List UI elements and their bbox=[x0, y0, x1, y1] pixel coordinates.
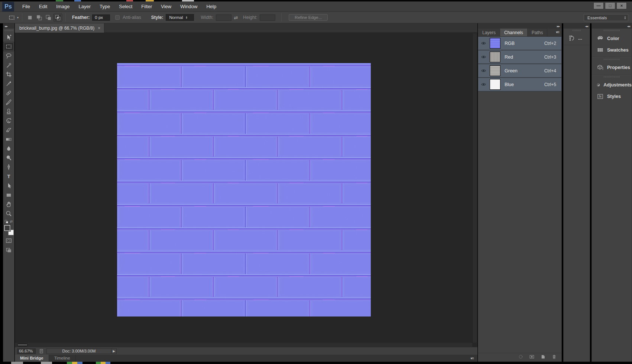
tool-pen-tool[interactable] bbox=[3, 163, 14, 172]
grip-dots[interactable] bbox=[5, 30, 13, 31]
tool-clone-stamp-tool[interactable] bbox=[3, 107, 14, 116]
grip-dots[interactable] bbox=[573, 30, 581, 31]
panel-button-adjustments[interactable]: Adjustments bbox=[592, 79, 632, 91]
preset-dropdown-icon[interactable]: ▾ bbox=[17, 16, 19, 19]
status-menu-arrow-icon[interactable]: ▶ bbox=[111, 348, 117, 354]
status-page-icon[interactable] bbox=[39, 348, 44, 354]
scrollbar-thumb[interactable] bbox=[17, 344, 28, 346]
grip-dots[interactable] bbox=[604, 30, 620, 31]
tool-preset-picker[interactable]: ▾ bbox=[8, 14, 19, 21]
zoom-level-field[interactable]: 66.67% bbox=[17, 348, 36, 354]
screen-mode-button[interactable] bbox=[3, 245, 14, 255]
tab-timeline[interactable]: Timeline bbox=[49, 355, 76, 362]
tool-path-selection-tool[interactable] bbox=[3, 181, 14, 190]
menu-select[interactable]: Select bbox=[114, 1, 137, 12]
quick-mask-button[interactable] bbox=[3, 236, 14, 245]
channel-thumbnail-rgb[interactable] bbox=[490, 38, 500, 49]
delete-channel-button[interactable] bbox=[551, 354, 557, 361]
load-channel-as-selection-button[interactable] bbox=[518, 354, 524, 361]
channel-thumbnail-red[interactable] bbox=[490, 52, 500, 62]
tab-mini-bridge[interactable]: Mini Bridge bbox=[15, 355, 49, 362]
visibility-toggle[interactable] bbox=[478, 40, 489, 46]
tab-paths[interactable]: Paths bbox=[528, 29, 548, 36]
channel-thumbnail-green[interactable] bbox=[490, 65, 500, 76]
tool-lasso-tool[interactable] bbox=[3, 51, 14, 60]
channel-thumbnail-blue[interactable] bbox=[490, 79, 500, 90]
tool-eraser-tool[interactable] bbox=[3, 125, 14, 135]
grip-dots[interactable] bbox=[604, 59, 620, 60]
menu-layer[interactable]: Layer bbox=[74, 1, 95, 12]
tool-type-tool[interactable] bbox=[3, 172, 14, 181]
maximize-button[interactable]: □ bbox=[605, 2, 615, 9]
history-panel-button[interactable]: ... bbox=[564, 33, 590, 42]
close-tab-icon[interactable]: × bbox=[98, 26, 100, 31]
tab-channels[interactable]: Channels bbox=[500, 29, 528, 36]
save-selection-as-channel-button[interactable] bbox=[529, 354, 535, 361]
default-colors-icon[interactable] bbox=[5, 220, 8, 223]
minimize-button[interactable]: — bbox=[593, 2, 604, 9]
add-to-selection-button[interactable] bbox=[35, 14, 43, 22]
tool-dodge-tool[interactable] bbox=[3, 153, 14, 163]
tool-brush-tool[interactable] bbox=[3, 98, 14, 107]
new-channel-button[interactable] bbox=[540, 354, 546, 361]
tool-magic-wand-tool[interactable] bbox=[3, 60, 14, 70]
tool-rectangle-tool[interactable] bbox=[3, 190, 14, 200]
tool-rectangular-marquee-tool[interactable] bbox=[3, 42, 14, 51]
document-size-field[interactable]: Doc: 3.00M/3.00M bbox=[46, 348, 111, 354]
visibility-toggle[interactable] bbox=[478, 68, 489, 73]
height-input[interactable] bbox=[260, 14, 275, 21]
grip-dots[interactable] bbox=[604, 76, 620, 78]
channel-row-blue[interactable]: BlueCtrl+5 bbox=[478, 78, 561, 92]
tab-layers[interactable]: Layers bbox=[478, 29, 500, 36]
close-button[interactable]: × bbox=[616, 2, 627, 9]
menu-type[interactable]: Type bbox=[95, 1, 114, 12]
swap-colors-icon[interactable]: ⇄ bbox=[10, 220, 13, 223]
tool-gradient-tool[interactable] bbox=[3, 135, 14, 144]
tool-zoom-tool[interactable] bbox=[3, 209, 14, 218]
foreground-color-swatch[interactable] bbox=[4, 225, 10, 231]
more-panels-icon[interactable]: ... bbox=[578, 37, 582, 40]
channel-row-rgb[interactable]: RGBCtrl+2 bbox=[478, 37, 561, 50]
panel-button-styles[interactable]: Styles bbox=[592, 91, 632, 102]
refine-edge-button[interactable]: Refine Edge... bbox=[289, 14, 328, 21]
intersect-selection-button[interactable] bbox=[54, 14, 62, 22]
visibility-toggle[interactable] bbox=[478, 54, 489, 60]
menu-filter[interactable]: Filter bbox=[137, 1, 156, 12]
workspace-switcher[interactable]: Essentials ▴▾ bbox=[584, 14, 628, 21]
tool-eyedropper-tool[interactable] bbox=[3, 79, 14, 88]
channel-row-red[interactable]: RedCtrl+3 bbox=[478, 50, 561, 64]
panel-button-swatches[interactable]: Swatches bbox=[592, 44, 632, 56]
panel-menu-icon[interactable]: ▾≡ bbox=[556, 30, 559, 34]
swap-dimensions-icon[interactable]: ⇄ bbox=[234, 15, 238, 20]
channel-row-green[interactable]: GreenCtrl+4 bbox=[478, 64, 561, 78]
menu-view[interactable]: View bbox=[156, 1, 176, 12]
document-tab[interactable]: brickwall_bump.jpg @ 66.7% (RGB/8) × bbox=[15, 23, 104, 33]
style-dropdown[interactable]: Normal ▴▾ bbox=[166, 14, 194, 21]
dock-collapse-icon[interactable]: ▶▶ bbox=[478, 24, 561, 29]
toolbar-collapse-icon[interactable]: ▶▶ bbox=[3, 24, 14, 29]
visibility-toggle[interactable] bbox=[478, 82, 489, 87]
tool-move-tool[interactable] bbox=[3, 33, 14, 42]
menu-file[interactable]: File bbox=[18, 1, 35, 12]
feather-input[interactable]: 0 px bbox=[92, 14, 110, 21]
vertical-scrollbar[interactable] bbox=[473, 33, 477, 342]
tool-history-brush-tool[interactable] bbox=[3, 116, 14, 125]
tool-crop-tool[interactable] bbox=[3, 70, 14, 79]
panel-button-properties[interactable]: Properties bbox=[592, 62, 632, 73]
subtract-from-selection-button[interactable] bbox=[44, 14, 53, 22]
canvas-image[interactable] bbox=[117, 63, 371, 317]
anti-alias-checkbox[interactable] bbox=[115, 15, 120, 20]
horizontal-scrollbar[interactable] bbox=[15, 343, 472, 347]
panel-menu-icon[interactable]: ▾≡ bbox=[470, 356, 474, 360]
tool-blur-tool[interactable] bbox=[3, 144, 14, 153]
menu-image[interactable]: Image bbox=[52, 1, 74, 12]
panel-button-color[interactable]: Color bbox=[592, 33, 632, 44]
tool-spot-healing-brush-tool[interactable] bbox=[3, 88, 14, 98]
dock-expand-icon[interactable]: ◀◀ bbox=[564, 24, 590, 29]
tool-hand-tool[interactable] bbox=[3, 200, 14, 209]
menu-edit[interactable]: Edit bbox=[35, 1, 52, 12]
menu-help[interactable]: Help bbox=[202, 1, 221, 12]
dock-expand-icon[interactable]: ◀◀ bbox=[592, 24, 632, 29]
width-input[interactable] bbox=[216, 14, 231, 21]
menu-window[interactable]: Window bbox=[176, 1, 202, 12]
